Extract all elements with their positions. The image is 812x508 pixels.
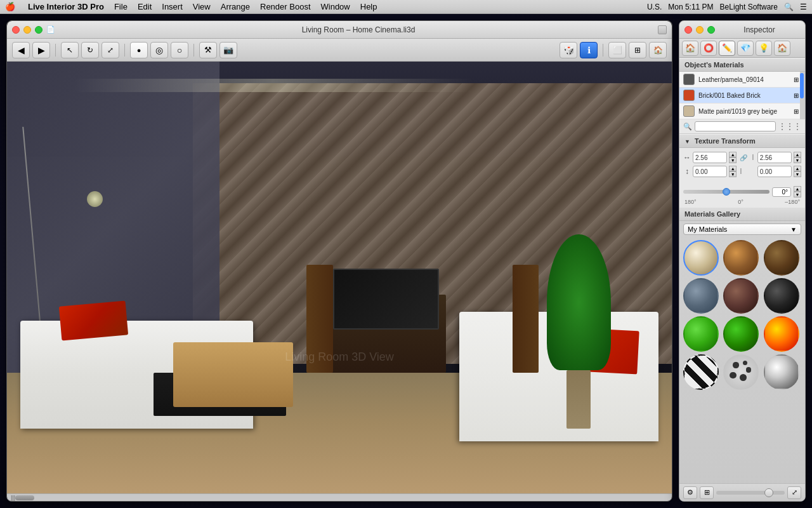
app-menu-name[interactable]: Live Interior 3D Pro	[28, 2, 104, 11]
view-2d-button[interactable]: ●	[130, 42, 148, 58]
mat-sphere-cream[interactable]	[683, 240, 719, 276]
tt-h1-down[interactable]: ▼	[729, 157, 737, 163]
window-resize[interactable]	[658, 25, 667, 34]
menu-dots-icon[interactable]: ⋮⋮⋮	[778, 122, 801, 131]
tt-h2-down[interactable]: ▼	[794, 157, 801, 163]
mat-sphere-zebra[interactable]	[683, 354, 719, 390]
material-item-1[interactable]: Leather/pamela_09014 ⊞	[679, 72, 805, 88]
tt-h1-stepper[interactable]: ▲ ▼	[729, 152, 737, 163]
angle-slider-thumb[interactable]	[723, 188, 730, 196]
scrollbar-thumb[interactable]	[15, 495, 34, 500]
menu-more-icon[interactable]: ☰	[800, 3, 807, 11]
menu-window[interactable]: Window	[321, 2, 350, 11]
angle-slider-track[interactable]	[683, 190, 769, 194]
mat-sphere-dark-wood[interactable]	[764, 240, 799, 276]
gallery-header: Materials Gallery	[679, 208, 805, 221]
inspector-fullscreen-button[interactable]: ⤢	[787, 486, 801, 499]
inspector-settings-button[interactable]: ⚙	[683, 486, 697, 499]
gallery-dropdown-label: My Materials	[688, 225, 727, 233]
menu-insert[interactable]: Insert	[162, 2, 183, 11]
inspector-body[interactable]: Object's Materials Leather/pamela_09014 …	[679, 58, 805, 483]
tt-h2-up[interactable]: ▲	[794, 152, 801, 157]
inspector-zoom[interactable]	[707, 26, 715, 34]
menu-arrange[interactable]: Arrange	[221, 2, 250, 11]
menu-file[interactable]: File	[114, 2, 128, 11]
tt-h1-input[interactable]	[693, 152, 727, 163]
mat-sphere-fire[interactable]	[764, 316, 799, 352]
inspector-tab-texture[interactable]: 💎	[737, 41, 754, 56]
screenshot-button[interactable]: 📷	[219, 42, 237, 58]
materials-scroll-thumb[interactable]	[800, 73, 804, 98]
tt-v1-input[interactable]	[693, 166, 727, 177]
tt-v1-down[interactable]: ▼	[729, 171, 737, 177]
minimize-button[interactable]	[23, 26, 31, 34]
forward-button[interactable]: ▶	[32, 42, 50, 58]
view-mode-1[interactable]: ⬜	[608, 42, 626, 58]
angle-max-label: –180°	[785, 199, 800, 205]
material-item-3[interactable]: Matte paint/1019 grey beige ⊞	[679, 104, 805, 119]
inspector-zoom-slider[interactable]	[716, 491, 785, 495]
rotate-tool[interactable]: ↻	[81, 42, 99, 58]
angle-stepper[interactable]: ▲ ▼	[794, 186, 801, 197]
view-render-button[interactable]: ○	[171, 42, 188, 58]
h-scrollbar[interactable]: |||	[7, 493, 672, 501]
mat-sphere-brown[interactable]	[723, 278, 759, 314]
angle-min-label: 180°	[684, 199, 697, 205]
close-button[interactable]	[12, 26, 20, 34]
angle-up[interactable]: ▲	[794, 186, 801, 192]
tt-v2-stepper[interactable]: ▲ ▼	[794, 166, 801, 177]
inspector-tab-material[interactable]: ✏️	[719, 41, 735, 56]
info-button[interactable]: ℹ	[580, 42, 598, 58]
maximize-button[interactable]	[35, 26, 43, 34]
inspector-tab-shape[interactable]: ⭕	[700, 41, 717, 56]
apple-menu[interactable]: 🍎	[5, 2, 15, 11]
inspector-tab-home[interactable]: 🏠	[682, 41, 698, 56]
mat-sphere-green-bright[interactable]	[683, 316, 719, 352]
view-3d-button[interactable]: ◎	[150, 42, 168, 58]
3d-viewport[interactable]: Living Room 3D View	[7, 62, 672, 493]
tt-h2-input[interactable]	[757, 152, 792, 163]
menu-edit[interactable]: Edit	[138, 2, 152, 11]
menu-render-boost[interactable]: Render Boost	[260, 2, 311, 11]
mat-sphere-black[interactable]	[764, 278, 799, 314]
inspector-view-button[interactable]: ⊞	[700, 486, 714, 499]
mat-sphere-metal[interactable]	[764, 354, 799, 390]
tt-h2-stepper[interactable]: ▲ ▼	[794, 152, 801, 163]
angle-down[interactable]: ▼	[794, 192, 801, 197]
mat-sphere-wood[interactable]	[723, 240, 759, 276]
mat-sphere-spots[interactable]	[723, 354, 759, 390]
mat-sphere-stone[interactable]	[683, 278, 719, 314]
walk-mode-button[interactable]: ⚒	[199, 42, 217, 58]
back-button[interactable]: ◀	[12, 42, 30, 58]
inspector-tab-scene[interactable]: 🏠	[774, 41, 790, 56]
tt-v2-up[interactable]: ▲	[794, 166, 801, 171]
angle-section: 0° ▲ ▼ 180° 0° –180°	[679, 184, 805, 208]
tt-v2-input[interactable]	[757, 166, 792, 177]
inspector-tab-light[interactable]: 💡	[756, 41, 772, 56]
move-tool[interactable]: ⤢	[102, 42, 119, 58]
inspector-panel: Inspector 🏠 ⭕ ✏️ 💎 💡 🏠 Object's Material…	[679, 20, 806, 502]
tt-h1-up[interactable]: ▲	[729, 152, 737, 157]
objects-button[interactable]: 🎲	[560, 42, 577, 58]
inspector-tabs: 🏠 ⭕ ✏️ 💎 💡 🏠	[679, 39, 805, 58]
menu-help[interactable]: Help	[360, 2, 377, 11]
gallery-dropdown[interactable]: My Materials ▼	[683, 224, 801, 235]
material-item-2[interactable]: Brick/001 Baked Brick ⊞	[679, 88, 805, 104]
material-search-input[interactable]	[695, 121, 776, 131]
view-mode-3[interactable]: 🏠	[649, 42, 667, 58]
view-mode-2[interactable]: ⊞	[629, 42, 646, 58]
toolbar-separator-2	[124, 44, 125, 57]
main-toolbar: ◀ ▶ ↖ ↻ ⤢ ● ◎ ○ ⚒ 📷 🎲 ℹ ⬜ ⊞ 🏠	[7, 39, 672, 62]
tt-v1-stepper[interactable]: ▲ ▼	[729, 166, 737, 177]
materials-scrollbar[interactable]	[800, 72, 805, 119]
mat-sphere-green-dark[interactable]	[723, 316, 759, 352]
inspector-minimize[interactable]	[696, 26, 704, 34]
menu-search-icon[interactable]: 🔍	[784, 3, 794, 11]
inspector-zoom-thumb[interactable]	[764, 488, 773, 497]
select-tool[interactable]: ↖	[61, 42, 79, 58]
mat-label-3: Matte paint/1019 grey beige	[698, 108, 787, 115]
tt-v2-down[interactable]: ▼	[794, 171, 801, 177]
menu-view[interactable]: View	[193, 2, 211, 11]
inspector-close[interactable]	[684, 26, 692, 34]
tt-v1-up[interactable]: ▲	[729, 166, 737, 171]
